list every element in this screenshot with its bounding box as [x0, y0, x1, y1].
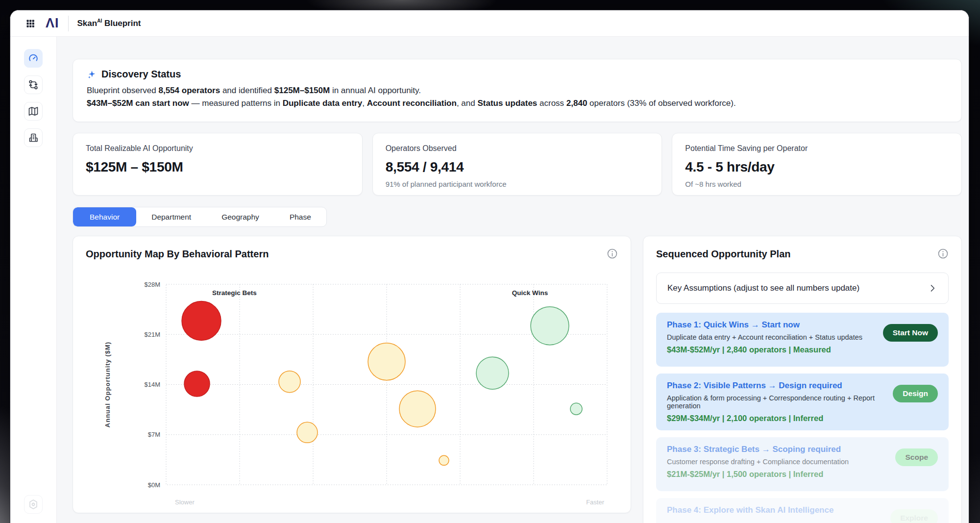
phase-description: Application & form processing + Correspo… — [667, 394, 886, 410]
phase-action-button[interactable]: Scope — [895, 448, 938, 466]
main-content: Discovery Status Blueprint observed 8,55… — [57, 37, 969, 523]
sidebar-item-map[interactable] — [24, 102, 43, 121]
plan-info-icon[interactable] — [937, 248, 949, 260]
phase-action-button[interactable]: Explore — [890, 509, 938, 523]
organization-icon — [27, 132, 39, 144]
stat-value: 4.5 - 5 hrs/day — [685, 159, 949, 175]
stat-card: Operators Observed8,554 / 9,41491% of pl… — [372, 133, 662, 196]
discovery-line-2: $43M–$52M can start now — measured patte… — [87, 97, 948, 110]
quadrant-label: Strategic Bets — [212, 289, 257, 297]
y-tick-label: $21M — [144, 331, 160, 338]
key-assumptions-row[interactable]: Key Assumptions (adjust to see all numbe… — [656, 273, 949, 304]
bubble-quick-wins[interactable] — [476, 357, 509, 389]
sequenced-plan-card: Sequenced Opportunity Plan Key Assumptio… — [643, 236, 962, 523]
chevron-right-icon — [928, 283, 937, 293]
sidebar-item-dashboard[interactable] — [24, 49, 43, 68]
stat-label: Potential Time Saving per Operator — [685, 144, 949, 153]
bubble-strategic-bets[interactable] — [184, 371, 210, 397]
opportunity-map-card: Opportunity Map By Behavioral Pattern $2… — [73, 236, 631, 513]
tab-phase[interactable]: Phase — [274, 207, 326, 226]
app-launcher-grid-icon[interactable] — [22, 15, 39, 32]
x-axis-left-label: Slower — [175, 498, 195, 506]
bubble-visible-patterns[interactable] — [297, 422, 318, 443]
phase-card-1: Phase 1: Quick Wins → Start nowDuplicate… — [656, 313, 949, 367]
stat-label: Operators Observed — [386, 144, 649, 153]
y-tick-label: $7M — [148, 431, 160, 438]
stat-card: Potential Time Saving per Operator4.5 - … — [672, 133, 962, 196]
y-axis-title: Annual Opportunity ($M) — [104, 342, 111, 427]
phase-title-link[interactable]: Phase 4: Explore with Skan AI Intelligen… — [667, 505, 883, 515]
bubble-visible-patterns[interactable] — [439, 455, 449, 465]
discovery-line-1: Blueprint observed 8,554 operators and i… — [87, 84, 948, 97]
app-window: ΛI SkanAI Blueprint — [10, 10, 969, 523]
tab-department[interactable]: Department — [136, 207, 206, 226]
bubble-quick-wins[interactable] — [531, 307, 569, 345]
bubble-visible-patterns[interactable] — [368, 343, 405, 380]
sidebar-item-organization[interactable] — [24, 128, 43, 147]
stats-row: Total Realizable AI Opportunity$125M – $… — [73, 133, 962, 196]
tab-geography[interactable]: Geography — [206, 207, 274, 226]
stat-sub: Of ~8 hrs worked — [685, 180, 949, 188]
bubble-chart: $28M$21M$14M$7M$0MAnnual Opportunity ($M… — [73, 236, 632, 514]
sidebar-item-process-flow[interactable] — [24, 75, 43, 94]
stat-value: 8,554 / 9,414 — [386, 159, 649, 175]
x-axis-right-label: Faster — [586, 498, 605, 506]
phase-stats: $43M-$52M/yr | 2,840 operators | Measure… — [667, 345, 876, 354]
bubble-visible-patterns[interactable] — [399, 391, 436, 427]
phase-title-link[interactable]: Phase 3: Strategic Bets → Scoping requir… — [667, 445, 888, 454]
chart-title: Opportunity Map By Behavioral Pattern — [86, 249, 269, 260]
phase-description: Customer response drafting + Compliance … — [667, 458, 888, 466]
chart-info-icon[interactable] — [606, 248, 618, 260]
sidebar-item-settings[interactable] — [24, 495, 43, 514]
key-assumptions-label: Key Assumptions (adjust to see all numbe… — [667, 283, 859, 293]
stat-sub: 91% of planned participant workforce — [386, 180, 649, 188]
sidebar-nav — [10, 37, 57, 523]
page-title: SkanAI Blueprint — [77, 18, 141, 28]
bubble-visible-patterns[interactable] — [279, 371, 300, 393]
hexagon-gear-icon — [27, 498, 39, 510]
view-tabs: BehaviorDepartmentGeographyPhase — [73, 207, 327, 227]
discovery-status-title: Discovery Status — [101, 69, 181, 80]
phase-list: Phase 1: Quick Wins → Start nowDuplicate… — [643, 313, 961, 523]
quadrant-label: Quick Wins — [512, 289, 548, 297]
stat-card: Total Realizable AI Opportunity$125M – $… — [73, 133, 363, 196]
y-tick-label: $0M — [148, 481, 160, 489]
header-divider — [68, 16, 69, 31]
y-tick-label: $14M — [144, 381, 160, 388]
phase-title-link[interactable]: Phase 1: Quick Wins → Start now — [667, 320, 876, 330]
process-flow-icon — [27, 79, 39, 91]
phase-card-3: Phase 3: Strategic Bets → Scoping requir… — [656, 437, 949, 491]
discovery-status-card: Discovery Status Blueprint observed 8,55… — [73, 59, 962, 122]
phase-title-link[interactable]: Phase 2: Visible Patterns → Design requi… — [667, 381, 886, 391]
stat-label: Total Realizable AI Opportunity — [86, 144, 349, 153]
y-tick-label: $28M — [144, 281, 160, 288]
skan-logo: ΛI — [46, 16, 59, 31]
phase-stats: $21M-$25M/yr | 1,500 operators | Inferre… — [667, 470, 888, 479]
phase-card-4: Phase 4: Explore with Skan AI Intelligen… — [656, 498, 949, 523]
phase-card-2: Phase 2: Visible Patterns → Design requi… — [656, 374, 949, 430]
sparkle-icon — [87, 70, 97, 79]
speedometer-icon — [27, 52, 39, 64]
bubble-quick-wins[interactable] — [570, 403, 582, 415]
phase-action-button[interactable]: Start Now — [883, 324, 938, 342]
phase-description: Duplicate data entry + Account reconcili… — [667, 333, 876, 341]
plan-title: Sequenced Opportunity Plan — [656, 249, 790, 260]
stat-value: $125M – $150M — [86, 159, 349, 175]
bubble-strategic-bets[interactable] — [182, 301, 221, 340]
map-icon — [27, 105, 39, 117]
phase-stats: $29M-$34M/yr | 2,100 operators | Inferre… — [667, 414, 886, 423]
tab-behavior[interactable]: Behavior — [73, 207, 136, 226]
grid-icon — [25, 19, 35, 28]
phase-action-button[interactable]: Design — [893, 385, 938, 402]
app-header: ΛI SkanAI Blueprint — [10, 10, 969, 37]
